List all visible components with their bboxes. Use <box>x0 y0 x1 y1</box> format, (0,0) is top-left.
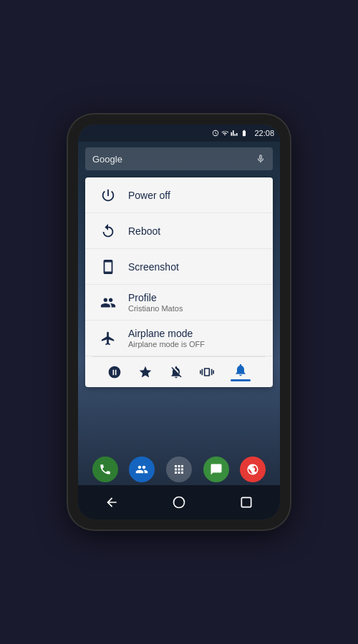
phone-device: 22:08 Google Power off <box>68 114 290 530</box>
airplane-text: Airplane mode Airplane mode is OFF <box>128 328 205 348</box>
menu-item-airplane[interactable]: Airplane mode Airplane mode is OFF <box>85 321 273 356</box>
signal-icon <box>231 130 238 137</box>
profile-icon <box>98 295 118 311</box>
search-label: Google <box>92 154 122 165</box>
dock-contacts[interactable] <box>129 457 155 482</box>
dock-chrome[interactable] <box>240 457 266 482</box>
app-dock <box>78 457 280 482</box>
menu-item-profile[interactable]: Profile Cristiano Matos <box>85 285 273 321</box>
profile-text: Profile Cristiano Matos <box>128 292 183 313</box>
toggle-vibrate[interactable] <box>200 365 214 379</box>
screenshot-label: Screenshot <box>128 261 179 273</box>
nav-home-button[interactable] <box>166 489 192 515</box>
airplane-icon <box>98 331 118 346</box>
quick-toggles-bar <box>92 356 266 387</box>
svg-point-1 <box>174 497 185 508</box>
nav-back-button[interactable] <box>99 489 125 515</box>
dock-messenger[interactable] <box>203 457 229 482</box>
battery-icon <box>240 130 248 137</box>
toggle-notifications-off[interactable] <box>169 365 183 379</box>
reboot-label: Reboot <box>128 225 160 237</box>
phone-screen: 22:08 Google Power off <box>78 125 280 519</box>
screenshot-text: Screenshot <box>128 261 179 273</box>
power-off-text: Power off <box>128 190 170 201</box>
airplane-sub: Airplane mode is OFF <box>128 340 205 348</box>
power-off-label: Power off <box>128 190 170 201</box>
profile-label: Profile <box>128 292 183 303</box>
status-bar: 22:08 <box>78 125 280 142</box>
toggle-star[interactable] <box>138 365 153 379</box>
airplane-label: Airplane mode <box>128 328 205 339</box>
status-time: 22:08 <box>254 129 274 137</box>
power-icon <box>98 187 118 203</box>
menu-item-reboot[interactable]: Reboot <box>85 213 273 249</box>
toggle-bell[interactable] <box>231 363 251 381</box>
wifi-icon <box>221 130 228 137</box>
svg-rect-2 <box>241 497 251 507</box>
status-icons <box>212 130 248 137</box>
power-menu: Power off Reboot <box>85 177 273 387</box>
search-bar[interactable]: Google <box>85 147 273 170</box>
menu-item-screenshot[interactable]: Screenshot <box>85 249 273 285</box>
alarm-icon <box>212 130 219 137</box>
nav-bar <box>78 485 280 519</box>
screenshot-icon <box>98 259 118 275</box>
menu-item-power-off[interactable]: Power off <box>85 177 273 213</box>
reboot-text: Reboot <box>128 225 160 237</box>
nav-recents-button[interactable] <box>233 489 259 515</box>
profile-sub: Cristiano Matos <box>128 304 183 313</box>
bell-active-indicator <box>231 379 251 381</box>
dock-apps[interactable] <box>166 457 192 482</box>
dock-phone[interactable] <box>92 457 118 482</box>
toggle-block[interactable] <box>107 365 122 379</box>
mic-icon <box>256 154 266 164</box>
reboot-icon <box>98 223 118 239</box>
